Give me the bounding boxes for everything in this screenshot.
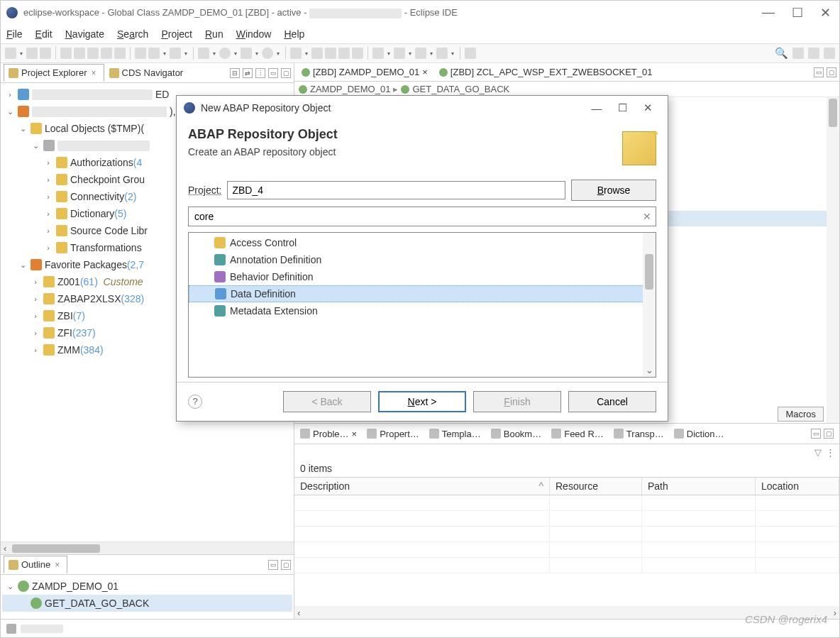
- close-icon[interactable]: ×: [55, 560, 60, 570]
- list-item[interactable]: Annotation Definition: [189, 251, 656, 268]
- macros-tab[interactable]: Macros: [778, 407, 824, 422]
- abap-perspective-icon[interactable]: [808, 48, 819, 59]
- tree-hscrollbar[interactable]: ‹: [1, 541, 294, 554]
- minimize-button[interactable]: —: [762, 5, 775, 21]
- minimize-icon[interactable]: ▭: [268, 560, 278, 570]
- outline-root[interactable]: ⌄ZAMDP_DEMO_01: [2, 578, 292, 595]
- list-vscrollbar[interactable]: ⌄: [643, 233, 656, 377]
- coverage-icon[interactable]: [241, 48, 252, 59]
- next-button[interactable]: Next >: [378, 391, 466, 412]
- minimize-icon[interactable]: ▭: [814, 67, 824, 77]
- tab-outline[interactable]: Outline ×: [4, 556, 67, 573]
- tool-icon[interactable]: [338, 48, 350, 59]
- tab-templates[interactable]: Templa…: [426, 427, 484, 441]
- col-location[interactable]: Location: [756, 478, 839, 495]
- collapse-icon[interactable]: ⊟: [230, 68, 240, 78]
- save-all-icon[interactable]: [40, 48, 51, 59]
- fwd-icon[interactable]: [436, 48, 448, 59]
- menu-window[interactable]: Window: [236, 28, 272, 40]
- menu-help[interactable]: Help: [284, 28, 304, 40]
- clear-icon[interactable]: ✕: [639, 211, 656, 222]
- maximize-button[interactable]: ☐: [609, 101, 635, 114]
- breadcrumb-item[interactable]: ZAMDP_DEMO_01: [310, 84, 390, 94]
- run-icon[interactable]: [219, 48, 231, 59]
- maximize-icon[interactable]: ▢: [824, 429, 834, 439]
- debug-icon[interactable]: [198, 48, 209, 59]
- filter-icon[interactable]: ▽: [814, 447, 822, 458]
- maximize-icon[interactable]: ▢: [281, 68, 291, 78]
- col-path[interactable]: Path: [642, 478, 756, 495]
- ext-run-icon[interactable]: [262, 48, 273, 59]
- link-icon[interactable]: [465, 48, 476, 59]
- back-button[interactable]: < Back: [283, 391, 371, 412]
- finish-button[interactable]: Finish: [473, 391, 561, 412]
- cancel-button[interactable]: Cancel: [568, 391, 656, 412]
- menu-navigate[interactable]: Navigate: [65, 28, 104, 40]
- menu-search[interactable]: Search: [117, 28, 148, 40]
- tab-bookmarks[interactable]: Bookm…: [488, 427, 544, 441]
- minimize-icon[interactable]: ▭: [811, 429, 821, 439]
- run-abap-icon[interactable]: [101, 48, 112, 59]
- editor-tab-2[interactable]: [ZBD] ZCL_APC_WSP_EXT_ZWEBSOCKET_01: [435, 65, 657, 79]
- list-item[interactable]: Behavior Definition: [189, 268, 656, 285]
- open-object-icon[interactable]: [114, 48, 126, 59]
- editor-vscrollbar[interactable]: [827, 97, 839, 423]
- breadcrumb-item[interactable]: GET_DATA_GO_BACK: [412, 84, 509, 94]
- menu-run[interactable]: Run: [205, 28, 223, 40]
- link-icon[interactable]: ⇄: [243, 68, 253, 78]
- list-item-selected[interactable]: Data Definition: [189, 285, 656, 302]
- editor-tab-1[interactable]: [ZBD] ZAMDP_DEMO_01×: [297, 65, 432, 79]
- activate-icon[interactable]: [60, 48, 72, 59]
- tool-icon[interactable]: [352, 48, 363, 59]
- list-item[interactable]: Access Control: [189, 234, 656, 251]
- activate-all-icon[interactable]: [74, 48, 85, 59]
- save-icon[interactable]: [26, 48, 38, 59]
- where-used-icon[interactable]: [135, 48, 146, 59]
- tab-label: Project Explorer: [21, 67, 87, 78]
- menu-project[interactable]: Project: [161, 28, 192, 40]
- check-icon[interactable]: [87, 48, 99, 59]
- outline-method[interactable]: GET_DATA_GO_BACK: [2, 595, 292, 612]
- tab-cds-navigator[interactable]: CDS Navigator: [104, 64, 192, 82]
- back-icon[interactable]: [415, 48, 426, 59]
- tab-feed-reader[interactable]: Feed R…: [548, 427, 607, 441]
- tool-icon[interactable]: [325, 48, 336, 59]
- tab-dictionary[interactable]: Diction…: [671, 427, 727, 441]
- tab-project-explorer[interactable]: Project Explorer ×: [4, 64, 104, 82]
- tool-icon[interactable]: [290, 48, 302, 59]
- tool-icon[interactable]: [170, 48, 181, 59]
- browse-button[interactable]: Browse: [571, 180, 656, 201]
- new-icon[interactable]: [5, 48, 16, 59]
- maximize-icon[interactable]: ▢: [281, 560, 291, 570]
- close-icon[interactable]: ×: [91, 68, 96, 78]
- minimize-button[interactable]: —: [584, 102, 609, 114]
- maximize-button[interactable]: ☐: [792, 5, 803, 21]
- dropdown-icon[interactable]: ▾: [18, 48, 24, 59]
- other-perspective-icon[interactable]: [824, 48, 835, 59]
- object-type-list[interactable]: Access Control Annotation Definition Beh…: [188, 232, 656, 378]
- list-item[interactable]: Metadata Extension: [189, 302, 656, 319]
- maximize-icon[interactable]: ▢: [827, 67, 836, 77]
- filter-icon[interactable]: ⋮: [255, 68, 265, 78]
- tab-properties[interactable]: Propert…: [364, 427, 422, 441]
- search-icon[interactable]: 🔍: [775, 47, 788, 60]
- tool-icon[interactable]: [148, 48, 160, 59]
- nav-icon[interactable]: [372, 48, 384, 59]
- menu-icon[interactable]: ⋮: [826, 447, 835, 458]
- help-button[interactable]: ?: [188, 395, 202, 409]
- nav-icon[interactable]: [394, 48, 405, 59]
- close-icon[interactable]: ×: [422, 67, 428, 77]
- tool-icon[interactable]: [311, 48, 323, 59]
- close-button[interactable]: ✕: [820, 5, 831, 21]
- menu-edit[interactable]: Edit: [35, 28, 52, 40]
- tab-problems[interactable]: Proble…×: [297, 427, 360, 441]
- col-resource[interactable]: Resource: [550, 478, 642, 495]
- project-input[interactable]: [227, 181, 565, 199]
- minimize-icon[interactable]: ▭: [268, 68, 278, 78]
- filter-input[interactable]: [189, 209, 639, 224]
- col-description[interactable]: Description ^: [294, 478, 550, 495]
- tab-transport[interactable]: Transp…: [611, 427, 667, 441]
- close-button[interactable]: ✕: [635, 101, 661, 114]
- perspective-icon[interactable]: [792, 48, 804, 59]
- menu-file[interactable]: File: [6, 28, 23, 40]
